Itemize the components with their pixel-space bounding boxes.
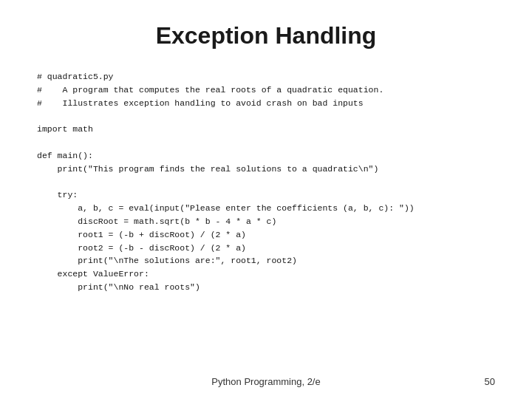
footer-page: 50: [485, 376, 495, 387]
slide: Exception Handling # quadratic5.py # A p…: [0, 0, 532, 399]
slide-title: Exception Handling: [37, 22, 495, 50]
footer-text: Python Programming, 2/e: [37, 376, 495, 387]
code-block: # quadratic5.py # A program that compute…: [37, 70, 495, 294]
slide-footer: Python Programming, 2/e 50: [0, 376, 532, 387]
